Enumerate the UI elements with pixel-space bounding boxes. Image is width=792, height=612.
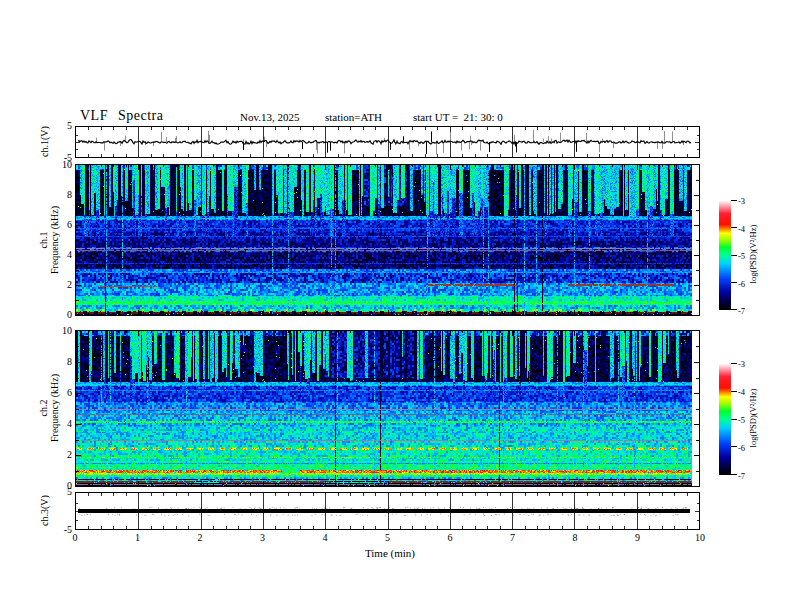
panel-ch1-voltage — [75, 126, 700, 158]
x-tick-label: 6 — [438, 533, 462, 543]
colorbar-ch1-tick-label: -4 — [738, 224, 760, 234]
ch1-voltage-plot — [76, 127, 699, 157]
ch1_spectrogram-y-tick-label: 4 — [46, 250, 72, 260]
ch2_spectrogram-y-tick-label: 6 — [46, 388, 72, 398]
colorbar-ch2-tick-label: -4 — [738, 387, 760, 397]
vlf-spectra-figure: VLF Spectra Nov.13, 2025 station=ATH sta… — [0, 0, 792, 612]
ch2-frequency-axis-label-line2: Frequency (kHz) — [49, 332, 60, 484]
figure-date: Nov.13, 2025 — [240, 111, 299, 123]
panel-ch3-voltage — [75, 492, 700, 530]
ch1-spectrogram-plot — [76, 165, 699, 315]
colorbar-ch1 — [719, 200, 737, 310]
colorbar-ch2-tick-label: -7 — [738, 471, 760, 481]
x-tick-label: 10 — [688, 533, 712, 543]
colorbar-ch1-tick-label: -6 — [738, 279, 760, 289]
colorbar-ch1-tick-label: -3 — [738, 196, 760, 206]
ch1-frequency-axis-label-line2: Frequency (kHz) — [49, 164, 60, 316]
ch1_spectrogram-y-tick-label: 10 — [46, 160, 72, 170]
ch1_spectrogram-y-tick-label: 2 — [46, 280, 72, 290]
station-label: station=ATH — [325, 111, 382, 123]
ch1-voltage-y-tick-label: 5 — [46, 121, 72, 131]
x-tick-label: 9 — [626, 533, 650, 543]
ch1-frequency-axis-label-line1: ch.1 — [38, 164, 49, 316]
x-tick-label: 4 — [313, 533, 337, 543]
ch1-frequency-axis-label: ch.1 Frequency (kHz) — [38, 164, 60, 316]
x-tick-label: 3 — [251, 533, 275, 543]
x-tick-label: 8 — [563, 533, 587, 543]
colorbar-ch2-tick-label: -3 — [738, 359, 760, 369]
ch1_spectrogram-y-tick-label: 0 — [46, 310, 72, 320]
x-tick-label: 7 — [501, 533, 525, 543]
panel-ch2-spectrogram — [75, 330, 700, 487]
x-axis-title: Time (min) — [342, 547, 438, 559]
colorbar-ch1-gradient — [719, 200, 737, 310]
ch2-frequency-axis-label-line1: ch.2 — [38, 332, 49, 484]
colorbar-ch2 — [719, 363, 737, 475]
ch2_spectrogram-y-tick-label: 2 — [46, 450, 72, 460]
colorbar-ch2-tick-label: -6 — [738, 443, 760, 453]
ch2-spectrogram-plot — [76, 331, 699, 486]
x-tick-label: 1 — [126, 533, 150, 543]
start-ut-label: start UT = 21: 30: 0 — [413, 111, 503, 123]
ch1_spectrogram-y-tick-label: 6 — [46, 220, 72, 230]
colorbar-ch1-tick-label: -7 — [738, 306, 760, 316]
panel-ch1-spectrogram — [75, 164, 700, 316]
colorbar-ch1-tick-label: -5 — [738, 251, 760, 261]
colorbar-ch2-tick-label: -5 — [738, 415, 760, 425]
ch1_spectrogram-y-tick-label: 8 — [46, 190, 72, 200]
ch2_spectrogram-y-tick-label: 4 — [46, 419, 72, 429]
ch3-voltage-y-tick-label: -5 — [46, 525, 72, 535]
ch2-frequency-axis-label: ch.2 Frequency (kHz) — [38, 332, 60, 484]
ch3-voltage-plot — [76, 493, 699, 529]
x-tick-label: 2 — [188, 533, 212, 543]
colorbar-ch2-gradient — [719, 363, 737, 475]
ch2_spectrogram-y-tick-label: 8 — [46, 357, 72, 367]
ch2_spectrogram-y-tick-label: 10 — [46, 326, 72, 336]
x-tick-label: 5 — [376, 533, 400, 543]
ch2_spectrogram-y-tick-label: 0 — [46, 481, 72, 491]
figure-title: VLF Spectra — [80, 108, 163, 124]
